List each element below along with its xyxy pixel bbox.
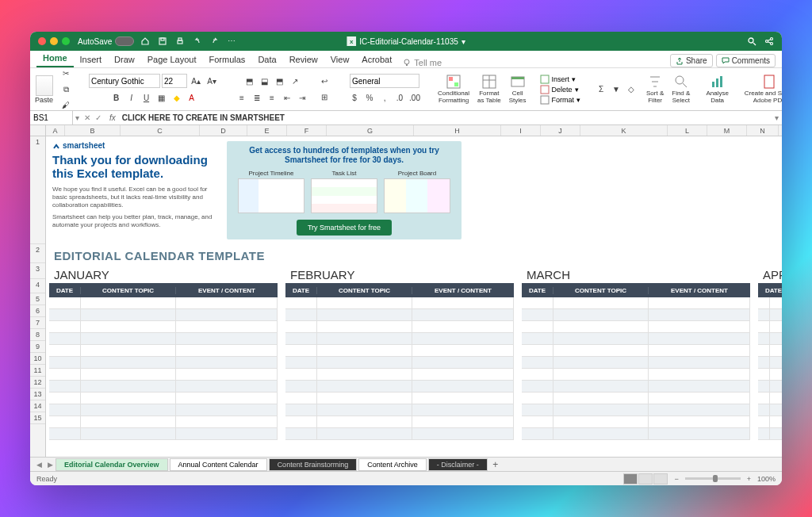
row-header[interactable]: 5 (30, 293, 45, 305)
table-row[interactable] (285, 333, 514, 345)
copy-icon[interactable]: ⧉ (59, 82, 73, 97)
tab-home[interactable]: Home (36, 50, 74, 67)
tab-view[interactable]: View (324, 52, 356, 67)
zoom-level[interactable]: 100% (757, 475, 776, 483)
decrease-decimal-button[interactable]: .00 (408, 90, 422, 105)
adobe-pdf-button[interactable]: Create and Share Adobe PDF (742, 74, 782, 105)
table-row[interactable] (758, 333, 782, 345)
border-button[interactable]: ▦ (155, 90, 169, 105)
table-row[interactable] (49, 381, 278, 393)
format-cells-button[interactable]: Format▾ (540, 95, 581, 105)
table-row[interactable] (758, 393, 782, 404)
print-icon[interactable] (175, 36, 185, 46)
table-row[interactable] (522, 393, 750, 404)
cell-styles-button[interactable]: Cell Styles (507, 74, 529, 105)
tab-insert[interactable]: Insert (74, 52, 109, 67)
tab-review[interactable]: Review (283, 52, 324, 67)
more-icon[interactable]: ⋯ (228, 36, 237, 46)
cut-icon[interactable]: ✂ (59, 67, 73, 81)
table-row[interactable] (758, 428, 782, 440)
table-row[interactable] (522, 369, 750, 381)
row-header[interactable]: 15 (30, 412, 45, 424)
prev-sheet-button[interactable]: ◀ (33, 461, 44, 469)
column-header[interactable]: I (501, 125, 541, 136)
month-rows[interactable] (285, 297, 514, 440)
column-header[interactable]: B (65, 125, 121, 136)
align-left-button[interactable]: ≡ (235, 90, 249, 105)
bold-button[interactable]: B (109, 90, 124, 105)
tab-page-layout[interactable]: Page Layout (141, 52, 203, 67)
table-row[interactable] (49, 428, 278, 440)
accept-formula-icon[interactable]: ✓ (95, 113, 102, 122)
table-row[interactable] (49, 309, 278, 321)
table-row[interactable] (758, 309, 782, 321)
next-sheet-button[interactable]: ▶ (44, 461, 56, 469)
column-header[interactable]: H (414, 125, 501, 136)
table-row[interactable] (285, 321, 514, 333)
align-right-button[interactable]: ≡ (265, 90, 279, 105)
conditional-formatting-button[interactable]: Conditional Formatting (435, 74, 472, 105)
table-row[interactable] (522, 309, 750, 321)
template-thumbnail[interactable] (238, 178, 304, 213)
decrease-font-icon[interactable]: A▾ (205, 74, 219, 88)
name-box-dropdown[interactable]: ▾ (73, 113, 81, 122)
currency-button[interactable]: $ (347, 90, 362, 105)
table-row[interactable] (522, 345, 750, 357)
autosave-toggle[interactable] (115, 36, 134, 46)
table-row[interactable] (522, 321, 750, 333)
column-header[interactable]: N (747, 125, 779, 136)
column-header[interactable]: F (287, 125, 327, 136)
row-header[interactable]: 12 (30, 377, 45, 389)
sheet-tab[interactable]: Content Archive (358, 458, 427, 471)
table-row[interactable] (49, 345, 278, 357)
orientation-button[interactable]: ↗ (288, 74, 302, 88)
table-row[interactable] (285, 369, 514, 381)
month-rows[interactable] (49, 297, 278, 440)
table-row[interactable] (285, 404, 514, 416)
table-row[interactable] (49, 404, 278, 416)
table-row[interactable] (522, 416, 750, 428)
table-row[interactable] (49, 393, 278, 404)
percent-button[interactable]: % (362, 90, 377, 105)
undo-icon[interactable] (193, 36, 202, 46)
sheet-tab[interactable]: Content Brainstorming (269, 458, 358, 471)
table-row[interactable] (285, 345, 514, 357)
clear-button[interactable]: ◇ (624, 82, 638, 97)
table-row[interactable] (49, 333, 278, 345)
table-row[interactable] (758, 321, 782, 333)
column-header[interactable]: K (580, 125, 668, 136)
home-icon[interactable] (140, 36, 150, 46)
row-header[interactable]: 2 (30, 244, 45, 263)
column-header[interactable]: D (200, 125, 247, 136)
table-row[interactable] (522, 428, 750, 440)
close-window-button[interactable] (38, 37, 46, 45)
table-row[interactable] (758, 416, 782, 428)
column-header[interactable]: M (707, 125, 747, 136)
table-row[interactable] (758, 345, 782, 357)
table-row[interactable] (285, 381, 514, 393)
template-thumbnail[interactable] (384, 178, 450, 213)
font-color-button[interactable]: A (185, 90, 199, 105)
row-header[interactable]: 11 (30, 365, 45, 377)
insert-cells-button[interactable]: Insert▾ (540, 75, 581, 84)
table-row[interactable] (285, 416, 514, 428)
column-header[interactable]: A (46, 125, 65, 136)
row-header[interactable]: 6 (30, 305, 45, 317)
maximize-window-button[interactable] (62, 37, 70, 45)
zoom-out-button[interactable]: − (674, 475, 678, 483)
table-row[interactable] (49, 369, 278, 381)
share-button[interactable]: Share (670, 54, 713, 67)
sheet-tab[interactable]: Editorial Calendar Overview (56, 458, 168, 471)
table-row[interactable] (285, 297, 514, 309)
table-row[interactable] (522, 404, 750, 416)
wrap-text-button[interactable]: ↩ (317, 75, 331, 89)
formula-bar[interactable]: CLICK HERE TO CREATE IN SMARTSHEET (119, 113, 771, 122)
page-layout-view-button[interactable] (638, 473, 653, 484)
chevron-down-icon[interactable]: ▾ (462, 37, 465, 46)
table-row[interactable] (49, 321, 278, 333)
page-break-view-button[interactable] (653, 473, 668, 484)
table-row[interactable] (285, 393, 514, 404)
paste-button[interactable]: Paste (35, 75, 53, 104)
autosum-button[interactable]: Σ (594, 82, 608, 97)
save-icon[interactable] (158, 36, 167, 46)
